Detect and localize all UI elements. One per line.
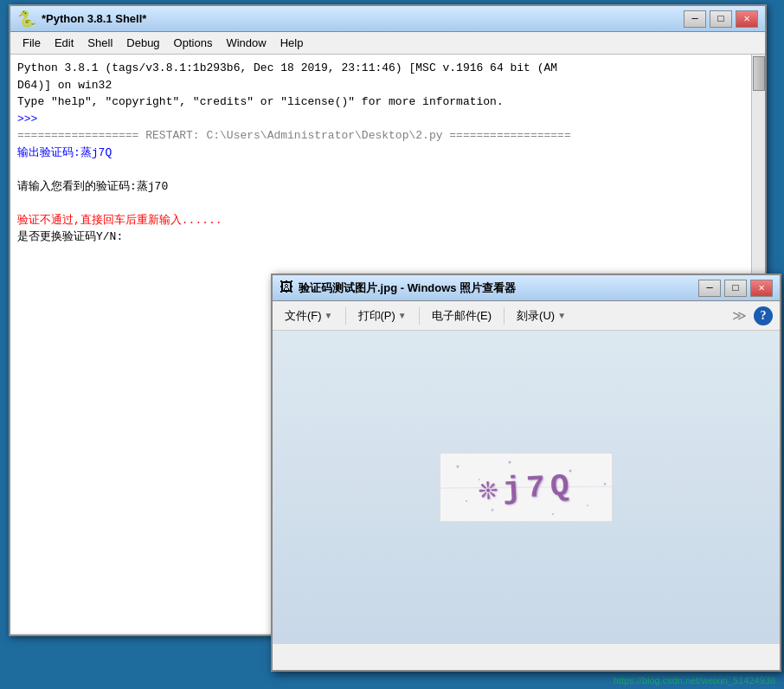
shell-line-3: Type "help", "copyright", "credits" or "… bbox=[17, 93, 744, 111]
photo-menu-email[interactable]: 电子邮件(E) bbox=[427, 306, 497, 325]
shell-output-2: 请输入您看到的验证码:蒸j70 bbox=[17, 178, 744, 196]
photo-menu-file-label: 文件(F) bbox=[285, 308, 322, 324]
svg-point-0 bbox=[457, 466, 459, 468]
titlebar-left: 🐍 *Python 3.8.1 Shell* bbox=[17, 10, 146, 29]
menu-edit[interactable]: Edit bbox=[48, 35, 80, 51]
print-menu-arrow: ▼ bbox=[398, 311, 407, 320]
photo-icon: 🖼 bbox=[280, 280, 293, 296]
photo-viewer-window[interactable]: 🖼 验证码测试图片.jpg - Windows 照片查看器 ─ □ ✕ 文件(F… bbox=[271, 274, 781, 672]
photo-titlebar-left: 🖼 验证码测试图片.jpg - Windows 照片查看器 bbox=[280, 280, 516, 296]
photo-menu-burn-label: 刻录(U) bbox=[517, 308, 555, 324]
captcha-image: ❊j7Q bbox=[440, 453, 613, 522]
menu-separator-1 bbox=[345, 307, 346, 325]
menu-options[interactable]: Options bbox=[167, 35, 220, 51]
burn-menu-arrow: ▼ bbox=[557, 311, 566, 320]
photo-menu-file[interactable]: 文件(F) ▼ bbox=[280, 306, 338, 325]
photo-menu-print-label: 打印(P) bbox=[358, 308, 395, 324]
python-icon: 🐍 bbox=[17, 10, 36, 29]
python-titlebar: 🐍 *Python 3.8.1 Shell* ─ □ ✕ bbox=[10, 6, 765, 32]
svg-point-9 bbox=[604, 483, 607, 486]
menu-help[interactable]: Help bbox=[273, 35, 311, 51]
menu-file[interactable]: File bbox=[16, 35, 48, 51]
photo-menu-print[interactable]: 打印(P) ▼ bbox=[353, 306, 412, 325]
photo-titlebar-buttons: ─ □ ✕ bbox=[698, 280, 773, 297]
svg-point-5 bbox=[587, 505, 588, 506]
photo-titlebar: 🖼 验证码测试图片.jpg - Windows 照片查看器 ─ □ ✕ bbox=[273, 275, 780, 301]
photo-menu-email-label: 电子邮件(E) bbox=[432, 308, 492, 324]
file-menu-arrow: ▼ bbox=[325, 311, 333, 320]
shell-line-2: D64)] on win32 bbox=[17, 77, 744, 94]
shell-output-1: 输出验证码:蒸j7Q bbox=[17, 145, 744, 162]
shell-output-4: 是否更换验证码Y/N: bbox=[17, 229, 744, 246]
menu-separator-2 bbox=[419, 307, 420, 325]
python-maximize-button[interactable]: □ bbox=[710, 10, 732, 28]
python-titlebar-buttons: ─ □ ✕ bbox=[684, 10, 758, 28]
python-menubar: File Edit Shell Debug Options Window Hel… bbox=[10, 32, 765, 55]
svg-point-6 bbox=[466, 500, 467, 502]
captcha-text-display: ❊j7Q bbox=[478, 466, 575, 509]
scrollbar-thumb[interactable] bbox=[753, 56, 765, 91]
python-close-button[interactable]: ✕ bbox=[736, 10, 758, 28]
shell-restart-line: ================== RESTART: C:\Users\Adm… bbox=[17, 127, 744, 145]
photo-menubar: 文件(F) ▼ 打印(P) ▼ 电子邮件(E) 刻录(U) ▼ ≫ ? bbox=[273, 301, 780, 331]
python-window-title: *Python 3.8.1 Shell* bbox=[42, 12, 146, 25]
svg-point-2 bbox=[509, 461, 511, 464]
svg-point-7 bbox=[492, 509, 494, 512]
menu-window[interactable]: Window bbox=[219, 35, 273, 51]
menu-debug[interactable]: Debug bbox=[119, 35, 166, 51]
help-icon[interactable]: ? bbox=[754, 306, 773, 325]
photo-minimize-button[interactable]: ─ bbox=[698, 280, 721, 297]
expand-icon: ≫ bbox=[732, 307, 747, 324]
photo-close-button[interactable]: ✕ bbox=[750, 280, 773, 297]
shell-output-3: 验证不通过,直接回车后重新输入...... bbox=[17, 212, 744, 229]
photo-maximize-button[interactable]: □ bbox=[724, 280, 747, 297]
menu-separator-3 bbox=[504, 307, 504, 325]
photo-content-area: ❊j7Q bbox=[273, 331, 780, 644]
menu-shell[interactable]: Shell bbox=[80, 35, 119, 51]
statusbar-url: https://blog.csdn.net/weixin_51424938 bbox=[614, 675, 775, 686]
photo-window-title: 验证码测试图片.jpg - Windows 照片查看器 bbox=[299, 280, 516, 296]
shell-line-1: Python 3.8.1 (tags/v3.8.1:1b293b6, Dec 1… bbox=[17, 60, 744, 77]
shell-prompt: >>> bbox=[17, 111, 744, 128]
photo-menu-burn[interactable]: 刻录(U) ▼ bbox=[511, 306, 571, 325]
svg-point-8 bbox=[552, 513, 554, 515]
python-minimize-button[interactable]: ─ bbox=[684, 10, 706, 28]
